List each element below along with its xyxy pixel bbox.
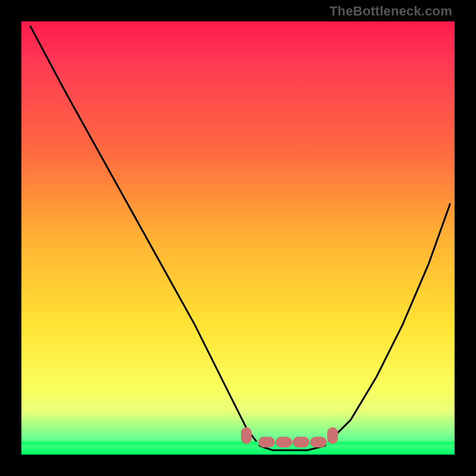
chart-frame: TheBottleneck.com [0,0,476,476]
tick-mark [275,437,292,447]
baseline-band [21,441,455,445]
bottleneck-curve [21,21,455,455]
plot-area [21,21,455,455]
tick-mark [241,427,252,444]
tick-mark [327,427,338,444]
attribution-text: TheBottleneck.com [330,4,452,19]
curve-right-branch [325,203,450,446]
tick-mark [310,437,327,447]
curve-left-branch [30,26,260,446]
tick-mark [293,437,309,447]
tick-mark [258,437,275,447]
